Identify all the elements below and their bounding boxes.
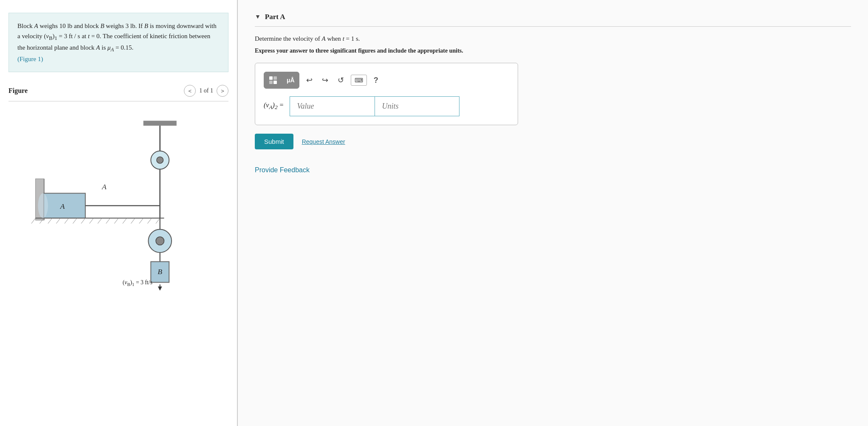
svg-line-20 [156,218,160,224]
svg-text:B: B [158,267,162,276]
mu-icon: μÅ [287,77,295,84]
action-row: Submit Request Answer [255,134,851,149]
svg-line-7 [48,218,52,224]
keyboard-button[interactable]: ⌨ [351,75,367,86]
svg-point-37 [38,193,48,218]
input-equation-label: (vA)2 = [264,101,284,111]
problem-box: Block A weighs 10 lb and block B weighs … [8,13,228,72]
figure-divider [8,101,228,101]
toolbar-format-group: μÅ [264,72,299,89]
provide-feedback-link[interactable]: Provide Feedback [255,166,310,174]
figure-nav-count: 1 of 1 [199,87,213,94]
part-header: ▼ Part A [255,13,851,27]
svg-line-11 [81,218,85,224]
svg-point-28 [156,237,164,245]
svg-marker-34 [158,286,162,291]
submit-button[interactable]: Submit [255,134,293,149]
svg-rect-41 [273,81,277,84]
svg-line-13 [98,218,102,224]
svg-line-12 [90,218,94,224]
undo-button[interactable]: ↩ [304,74,315,87]
svg-line-9 [65,218,69,224]
svg-line-10 [73,218,77,224]
input-row: (vA)2 = [264,96,509,116]
request-answer-button[interactable]: Request Answer [302,138,345,145]
svg-text:A: A [60,202,65,210]
svg-line-8 [56,218,60,224]
right-panel: ▼ Part A Determine the velocity of A whe… [238,0,868,426]
answer-box: μÅ ↩ ↪ ↺ ⌨ ? (vA)2 = [255,63,518,125]
figure-label: Figure [8,87,28,95]
svg-line-19 [147,218,152,224]
units-input[interactable] [375,96,459,116]
figure-next-button[interactable]: > [217,85,228,97]
svg-text:(vB)1 = 3 ft/s: (vB)1 = 3 ft/s [123,279,152,287]
svg-line-14 [106,218,110,224]
grid-icon [268,76,278,85]
figure-link[interactable]: (Figure 1) [17,56,43,62]
figure-prev-button[interactable]: < [184,85,196,97]
svg-line-16 [123,218,127,224]
svg-rect-39 [273,76,277,80]
figure-nav: < 1 of 1 > [184,85,228,97]
svg-rect-40 [269,81,273,84]
toolbar: μÅ ↩ ↪ ↺ ⌨ ? [264,72,509,89]
part-title: Part A [265,13,285,21]
figure-section-header: Figure < 1 of 1 > [8,85,228,97]
question-text: Determine the velocity of A when t = 1 s… [255,35,851,42]
problem-text: Block A weighs 10 lb and block B weighs … [17,22,217,51]
svg-rect-23 [144,121,177,126]
svg-line-5 [31,218,36,224]
svg-line-17 [131,218,135,224]
figure-diagram: A [8,108,228,299]
provide-feedback-section: Provide Feedback [255,166,851,174]
svg-text:A: A [101,182,107,191]
part-collapse-arrow[interactable]: ▼ [255,14,261,20]
question-instruction: Express your answer to three significant… [255,48,851,54]
svg-line-15 [114,218,118,224]
diagram-svg: A [29,112,208,291]
svg-rect-38 [269,76,273,80]
mu-format-button[interactable]: μÅ [282,72,299,88]
grid-format-button[interactable] [264,72,282,88]
svg-point-25 [157,157,163,164]
svg-line-18 [139,218,144,224]
left-panel: Block A weighs 10 lb and block B weighs … [0,0,238,426]
redo-button[interactable]: ↪ [319,74,331,87]
refresh-button[interactable]: ↺ [335,74,347,87]
value-input[interactable] [290,96,375,116]
help-button[interactable]: ? [371,74,381,87]
